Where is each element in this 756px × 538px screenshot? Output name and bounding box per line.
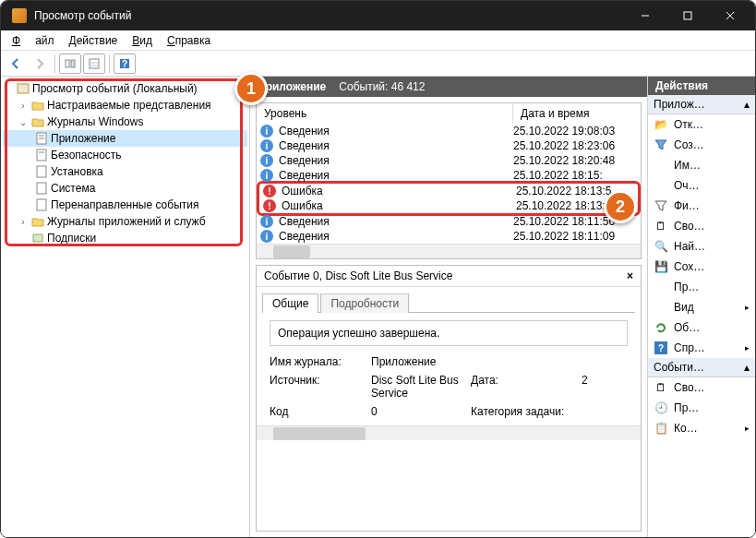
date-value: 2 [582, 374, 628, 400]
log-icon [34, 197, 49, 212]
event-level: Сведения [277, 215, 513, 228]
back-button[interactable] [5, 54, 27, 74]
event-level: Сведения [277, 154, 513, 167]
toolbar-list-button[interactable] [83, 54, 105, 74]
event-level: Сведения [277, 169, 513, 182]
action-import[interactable]: Им… [648, 155, 755, 175]
event-row[interactable]: i Сведения 25.10.2022 18:20:48 [257, 153, 641, 168]
folder-open-icon [30, 114, 45, 129]
clear-icon [654, 178, 668, 193]
menu-file[interactable]: Файл [5, 32, 62, 49]
log-icon [34, 131, 49, 146]
help-icon: ? [654, 341, 668, 355]
action-clear[interactable]: Оч… [648, 175, 755, 196]
toolbar-help-button[interactable]: ? [114, 54, 136, 74]
tab-details[interactable]: Подробности [320, 293, 409, 313]
filter-new-icon [654, 137, 668, 152]
menu-view[interactable]: Вид [125, 32, 160, 49]
event-level: Ошибка [280, 199, 516, 212]
center-pane: Приложение Событий: 46 412 Уровень Дата … [250, 77, 648, 537]
code-value: 0 [371, 405, 471, 418]
svg-rect-17 [37, 166, 46, 177]
minimize-button[interactable] [624, 1, 666, 30]
app-icon [12, 8, 27, 23]
menu-action[interactable]: Действие [62, 32, 126, 49]
svg-rect-4 [66, 60, 69, 67]
tree-app-services[interactable]: › Журналы приложений и служб [3, 213, 247, 230]
detail-close-button[interactable]: × [627, 269, 633, 282]
toolbar: ? [1, 51, 755, 77]
event-level: Сведения [277, 125, 513, 137]
forward-button [29, 54, 51, 74]
events-list[interactable]: Уровень Дата и время i Сведения 25.10.20… [256, 102, 642, 259]
info-icon: i [260, 169, 273, 182]
action-view[interactable]: Вид▸ [648, 297, 755, 317]
props-icon: 🗒 [654, 380, 668, 395]
action-find[interactable]: 🔍Най… [648, 236, 755, 257]
tree-subscriptions[interactable]: Подписки [3, 230, 247, 246]
action-save[interactable]: 💾Сох… [648, 257, 755, 277]
event-row[interactable]: i Сведения 25.10.2022 18:15: [257, 168, 641, 183]
find-icon: 🔍 [654, 239, 668, 254]
error-icon: ! [263, 199, 276, 212]
action-help[interactable]: ?Спр…▸ [648, 338, 755, 358]
event-row[interactable]: i Сведения 25.10.2022 18:23:06 [257, 138, 641, 153]
tree-setup-log[interactable]: Установка [3, 163, 247, 180]
toolbar-browse-button[interactable] [59, 54, 81, 74]
filter-icon [654, 198, 668, 213]
event-row[interactable]: i Сведения 25.10.2022 19:08:03 [257, 124, 641, 138]
tree-security-log[interactable]: Безопасность [3, 147, 247, 163]
svg-rect-20 [33, 234, 42, 242]
event-level: Сведения [277, 139, 513, 152]
event-row[interactable]: i Сведения 25.10.2022 18:11:09 [257, 229, 641, 244]
event-date: 25.10.2022 18:15: [513, 169, 641, 182]
tree-custom-views[interactable]: › Настраиваемые представления [3, 97, 247, 114]
action-ev-copy[interactable]: 📋Ко…▸ [648, 418, 755, 438]
event-date: 25.10.2022 18:23:06 [513, 139, 641, 152]
action-props[interactable]: 🗒Сво… [648, 216, 755, 236]
close-button[interactable] [709, 1, 751, 30]
open-icon: 📂 [654, 117, 668, 132]
props-icon: 🗒 [654, 219, 668, 233]
console-icon [16, 81, 30, 96]
tree-system-log[interactable]: Система [3, 180, 247, 197]
detail-title-text: Событие 0, Disc Soft Lite Bus Service [264, 269, 452, 282]
event-date: 25.10.2022 18:20:48 [513, 154, 641, 167]
events-hscrollbar[interactable] [257, 244, 641, 258]
action-attach[interactable]: Пр… [648, 277, 755, 297]
event-row[interactable]: i Сведения 25.10.2022 18:11:56 [257, 214, 641, 229]
action-filter[interactable]: Фи… [648, 196, 755, 216]
source-value: Disc Soft Lite Bus Service [371, 374, 471, 400]
tab-general[interactable]: Общие [262, 293, 318, 313]
tree-windows-logs[interactable]: ⌄ Журналы Windows [3, 114, 247, 130]
attach-icon [654, 280, 668, 294]
actions-pane: Действия Прилож…▴ 📂Отк… Соз… Им… Оч… Фи…… [648, 77, 755, 537]
action-refresh[interactable]: Об… [648, 317, 755, 338]
attach-task-icon: 🕘 [654, 401, 668, 415]
tree-root[interactable]: Просмотр событий (Локальный) [3, 80, 247, 97]
event-row[interactable]: ! Ошибка 25.10.2022 18:13:5 [259, 184, 638, 198]
actions-group-event[interactable]: Событи…▴ [648, 358, 755, 377]
action-ev-attach[interactable]: 🕘Пр… [648, 398, 755, 418]
svg-text:?: ? [658, 343, 664, 353]
events-columns: Уровень Дата и время [257, 103, 641, 124]
maximize-button[interactable] [666, 1, 709, 30]
event-row[interactable]: ! Ошибка 25.10.2022 18:13:49 [259, 198, 638, 213]
window-title: Просмотр событий [34, 9, 624, 22]
tree-forwarded-log[interactable]: Перенаправленные события [3, 197, 247, 213]
col-date[interactable]: Дата и время [513, 103, 641, 124]
action-open[interactable]: 📂Отк… [648, 114, 755, 135]
svg-rect-18 [37, 183, 46, 194]
svg-rect-6 [90, 59, 99, 68]
copy-icon: 📋 [654, 421, 668, 436]
actions-group-app[interactable]: Прилож…▴ [648, 95, 755, 114]
date-label: Дата: [471, 374, 582, 400]
menu-help[interactable]: Справка [160, 32, 218, 49]
event-date: 25.10.2022 19:08:03 [513, 125, 641, 137]
action-ev-props[interactable]: 🗒Сво… [648, 377, 755, 398]
tree-app-log[interactable]: Приложение [3, 130, 247, 147]
info-icon: i [260, 154, 273, 167]
col-level[interactable]: Уровень [257, 103, 513, 124]
action-create[interactable]: Соз… [648, 135, 755, 155]
detail-hscrollbar[interactable] [257, 425, 641, 440]
